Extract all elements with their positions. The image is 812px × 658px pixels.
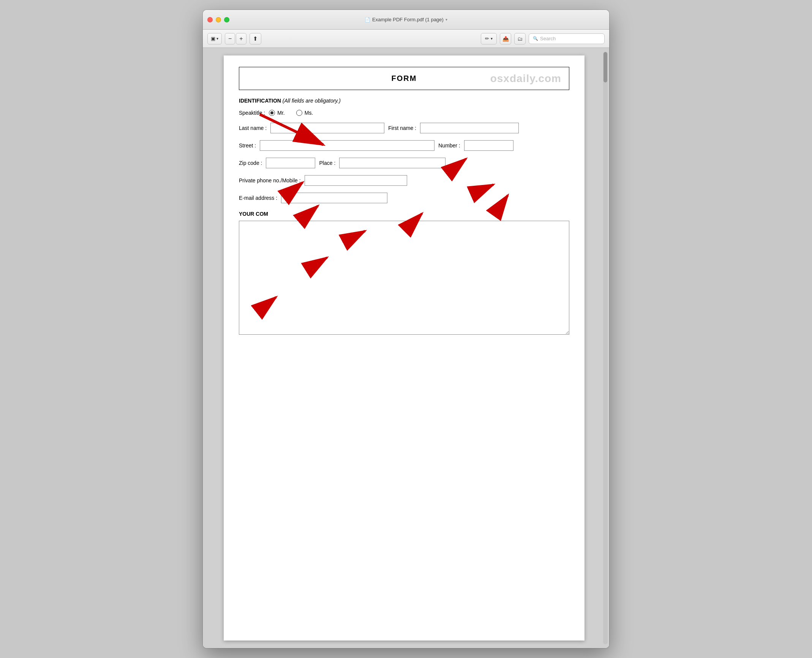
your-com-section: YOUR COM bbox=[239, 211, 569, 335]
email-input[interactable] bbox=[281, 193, 387, 203]
zip-place-row: Zip code : Place : bbox=[239, 158, 569, 168]
share-upload-button[interactable]: ⬆ bbox=[250, 33, 261, 44]
zoom-in-icon: + bbox=[239, 35, 243, 42]
pen-icon: ✏ bbox=[485, 36, 489, 41]
your-com-title: YOUR COM bbox=[239, 211, 569, 217]
mr-label: Mr. bbox=[277, 110, 284, 116]
zip-input[interactable] bbox=[266, 158, 315, 168]
name-row: Last name : First name : bbox=[239, 123, 569, 133]
zip-label: Zip code : bbox=[239, 160, 262, 166]
sidebar-toggle-button[interactable]: ▣ ▾ bbox=[207, 33, 222, 44]
annotation-button[interactable]: 🗂 bbox=[514, 33, 526, 44]
upload-icon: ⬆ bbox=[253, 35, 258, 42]
title-text: Example PDF Form.pdf (1 page) bbox=[372, 17, 444, 22]
lastname-input[interactable] bbox=[270, 123, 384, 133]
search-placeholder-text: Search bbox=[540, 36, 556, 41]
pen-button[interactable]: ✏ ▾ bbox=[481, 33, 497, 44]
form-header: FORM osxdaily.com bbox=[239, 67, 569, 90]
number-label: Number : bbox=[438, 142, 460, 149]
app-window: 📄 Example PDF Form.pdf (1 page) ▾ ▣ ▾ − … bbox=[203, 10, 609, 648]
phone-row: Private phone no./Mobile : bbox=[239, 175, 569, 186]
street-input[interactable] bbox=[260, 140, 434, 151]
zoom-in-button[interactable]: + bbox=[236, 33, 246, 44]
radio-group: Mr. Ms. bbox=[269, 110, 313, 116]
share-button[interactable]: 📤 bbox=[500, 33, 511, 44]
svg-line-4 bbox=[476, 185, 493, 192]
zoom-out-button[interactable]: − bbox=[225, 33, 235, 44]
form-header-brand: osxdaily.com bbox=[490, 73, 561, 85]
firstname-input[interactable] bbox=[420, 123, 519, 133]
share-icon: 📤 bbox=[502, 36, 509, 42]
maximize-button[interactable] bbox=[224, 17, 229, 22]
number-input[interactable] bbox=[464, 140, 513, 151]
radio-mr-circle[interactable] bbox=[269, 110, 275, 116]
sidebar-toggle-group: ▣ ▾ bbox=[207, 33, 222, 44]
title-chevron-icon: ▾ bbox=[445, 17, 447, 22]
email-label: E-mail address : bbox=[239, 195, 277, 201]
zoom-group: − + bbox=[225, 33, 246, 44]
phone-input[interactable] bbox=[305, 175, 407, 186]
place-label: Place : bbox=[319, 160, 335, 166]
scrollbar-track bbox=[603, 52, 608, 644]
sidebar-icon: ▣ bbox=[211, 36, 215, 41]
ms-label: Ms. bbox=[305, 110, 313, 116]
pdf-page: FORM osxdaily.com IDENTIFICATION (All fi… bbox=[224, 55, 585, 641]
titlebar: 📄 Example PDF Form.pdf (1 page) ▾ bbox=[203, 10, 609, 30]
annotation-icon: 🗂 bbox=[517, 36, 523, 42]
close-button[interactable] bbox=[207, 17, 213, 22]
radio-ms-circle[interactable] bbox=[296, 110, 302, 116]
identification-title: IDENTIFICATION (All fields are obligator… bbox=[239, 98, 569, 104]
identification-subtitle: (All fields are obligatory.) bbox=[283, 98, 341, 104]
radio-mr[interactable]: Mr. bbox=[269, 110, 284, 116]
minimize-button[interactable] bbox=[216, 17, 221, 22]
content-area: FORM osxdaily.com IDENTIFICATION (All fi… bbox=[203, 48, 609, 648]
toolbar: ▣ ▾ − + ⬆ ✏ ▾ 📤 🗂 bbox=[203, 30, 609, 48]
scrollbar-thumb[interactable] bbox=[603, 52, 607, 82]
firstname-label: First name : bbox=[388, 125, 416, 131]
lastname-label: Last name : bbox=[239, 125, 267, 131]
radio-ms[interactable]: Ms. bbox=[296, 110, 313, 116]
sidebar-chevron-icon: ▾ bbox=[216, 36, 218, 41]
zoom-out-icon: − bbox=[228, 35, 232, 42]
street-label: Street : bbox=[239, 142, 256, 149]
search-icon: 🔍 bbox=[533, 36, 538, 41]
traffic-lights bbox=[207, 17, 229, 22]
document-icon: 📄 bbox=[365, 17, 370, 22]
speaktitle-row: Speaktitle : Mr. Ms. bbox=[239, 110, 569, 116]
window-title: 📄 Example PDF Form.pdf (1 page) ▾ bbox=[207, 17, 605, 22]
email-row: E-mail address : bbox=[239, 193, 569, 203]
form-header-title: FORM bbox=[392, 74, 417, 83]
speaktitle-label: Speaktitle : bbox=[239, 110, 265, 116]
your-com-textarea[interactable] bbox=[239, 221, 569, 335]
phone-label: Private phone no./Mobile : bbox=[239, 177, 301, 183]
toolbar-right: ✏ ▾ 📤 🗂 🔍 Search bbox=[481, 33, 605, 44]
pen-chevron-icon: ▾ bbox=[491, 36, 493, 41]
search-box[interactable]: 🔍 Search bbox=[529, 33, 605, 44]
place-input[interactable] bbox=[339, 158, 445, 168]
street-row: Street : Number : bbox=[239, 140, 569, 151]
